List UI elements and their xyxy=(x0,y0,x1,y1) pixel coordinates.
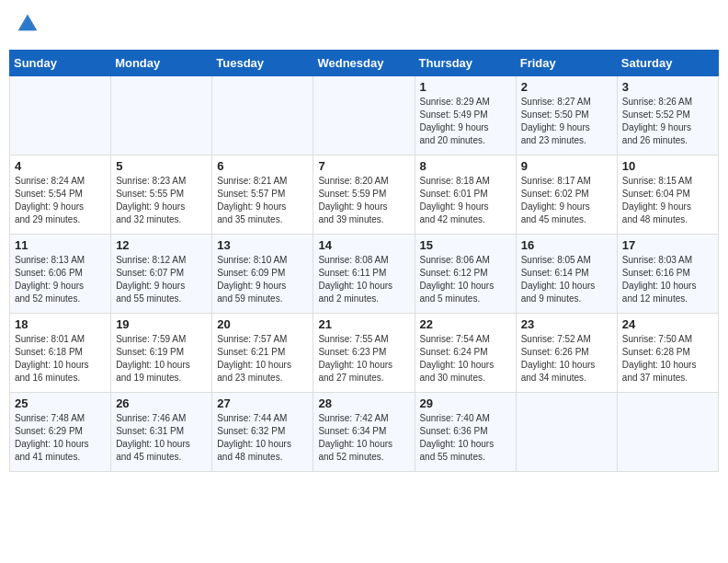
day-info: Sunrise: 7:48 AM Sunset: 6:29 PM Dayligh… xyxy=(15,412,106,464)
logo-icon xyxy=(17,13,39,35)
week-row-2: 11Sunrise: 8:13 AM Sunset: 6:06 PM Dayli… xyxy=(10,235,719,314)
day-info: Sunrise: 8:03 AM Sunset: 6:16 PM Dayligh… xyxy=(622,254,713,305)
day-cell: 18Sunrise: 8:01 AM Sunset: 6:18 PM Dayli… xyxy=(10,314,111,393)
day-cell: 8Sunrise: 8:18 AM Sunset: 6:01 PM Daylig… xyxy=(415,155,516,235)
day-number: 28 xyxy=(318,396,409,410)
day-info: Sunrise: 8:10 AM Sunset: 6:09 PM Dayligh… xyxy=(217,254,308,305)
day-number: 3 xyxy=(622,80,713,94)
week-row-3: 18Sunrise: 8:01 AM Sunset: 6:18 PM Dayli… xyxy=(10,314,719,393)
day-number: 4 xyxy=(15,159,106,173)
day-info: Sunrise: 7:40 AM Sunset: 6:36 PM Dayligh… xyxy=(420,412,511,464)
day-number: 7 xyxy=(318,159,409,173)
day-cell: 14Sunrise: 8:08 AM Sunset: 6:11 PM Dayli… xyxy=(313,235,415,314)
day-cell: 15Sunrise: 8:06 AM Sunset: 6:12 PM Dayli… xyxy=(415,235,516,314)
day-cell: 13Sunrise: 8:10 AM Sunset: 6:09 PM Dayli… xyxy=(212,235,313,314)
header xyxy=(9,9,719,42)
day-number: 19 xyxy=(116,317,207,331)
day-number: 20 xyxy=(217,317,308,331)
day-cell xyxy=(111,76,212,155)
calendar-header: SundayMondayTuesdayWednesdayThursdayFrid… xyxy=(10,51,719,76)
day-cell: 3Sunrise: 8:26 AM Sunset: 5:52 PM Daylig… xyxy=(617,76,718,155)
day-number: 24 xyxy=(622,317,713,331)
day-info: Sunrise: 7:57 AM Sunset: 6:21 PM Dayligh… xyxy=(217,333,308,385)
day-cell: 9Sunrise: 8:17 AM Sunset: 6:02 PM Daylig… xyxy=(516,155,617,235)
day-number: 17 xyxy=(622,238,713,252)
day-info: Sunrise: 8:27 AM Sunset: 5:50 PM Dayligh… xyxy=(521,96,612,147)
day-cell: 28Sunrise: 7:42 AM Sunset: 6:34 PM Dayli… xyxy=(313,393,415,472)
day-cell: 25Sunrise: 7:48 AM Sunset: 6:29 PM Dayli… xyxy=(10,393,111,472)
week-row-0: 1Sunrise: 8:29 AM Sunset: 5:49 PM Daylig… xyxy=(10,76,719,155)
day-number: 14 xyxy=(318,238,409,252)
day-cell: 29Sunrise: 7:40 AM Sunset: 6:36 PM Dayli… xyxy=(415,393,516,472)
day-cell xyxy=(617,393,718,472)
day-info: Sunrise: 7:54 AM Sunset: 6:24 PM Dayligh… xyxy=(420,333,511,385)
header-cell-thursday: Thursday xyxy=(415,51,516,76)
day-info: Sunrise: 7:44 AM Sunset: 6:32 PM Dayligh… xyxy=(217,412,308,464)
day-cell: 27Sunrise: 7:44 AM Sunset: 6:32 PM Dayli… xyxy=(212,393,313,472)
day-cell: 16Sunrise: 8:05 AM Sunset: 6:14 PM Dayli… xyxy=(516,235,617,314)
day-number: 23 xyxy=(521,317,612,331)
day-number: 25 xyxy=(15,396,106,410)
header-row: SundayMondayTuesdayWednesdayThursdayFrid… xyxy=(10,51,719,76)
header-cell-saturday: Saturday xyxy=(617,51,718,76)
day-cell: 21Sunrise: 7:55 AM Sunset: 6:23 PM Dayli… xyxy=(313,314,415,393)
day-cell: 7Sunrise: 8:20 AM Sunset: 5:59 PM Daylig… xyxy=(313,155,415,235)
day-number: 10 xyxy=(622,159,713,173)
day-number: 13 xyxy=(217,238,308,252)
day-cell: 1Sunrise: 8:29 AM Sunset: 5:49 PM Daylig… xyxy=(415,76,516,155)
day-info: Sunrise: 8:13 AM Sunset: 6:06 PM Dayligh… xyxy=(15,254,106,305)
day-cell: 6Sunrise: 8:21 AM Sunset: 5:57 PM Daylig… xyxy=(212,155,313,235)
day-number: 9 xyxy=(521,159,612,173)
day-cell: 10Sunrise: 8:15 AM Sunset: 6:04 PM Dayli… xyxy=(617,155,718,235)
header-cell-wednesday: Wednesday xyxy=(313,51,415,76)
day-info: Sunrise: 8:21 AM Sunset: 5:57 PM Dayligh… xyxy=(217,175,308,226)
header-cell-sunday: Sunday xyxy=(10,51,111,76)
day-number: 5 xyxy=(116,159,207,173)
day-cell: 4Sunrise: 8:24 AM Sunset: 5:54 PM Daylig… xyxy=(10,155,111,235)
day-number: 2 xyxy=(521,80,612,94)
day-info: Sunrise: 8:05 AM Sunset: 6:14 PM Dayligh… xyxy=(521,254,612,305)
week-row-4: 25Sunrise: 7:48 AM Sunset: 6:29 PM Dayli… xyxy=(10,393,719,472)
day-number: 8 xyxy=(420,159,511,173)
day-cell: 20Sunrise: 7:57 AM Sunset: 6:21 PM Dayli… xyxy=(212,314,313,393)
day-info: Sunrise: 7:52 AM Sunset: 6:26 PM Dayligh… xyxy=(521,333,612,385)
day-cell: 19Sunrise: 7:59 AM Sunset: 6:19 PM Dayli… xyxy=(111,314,212,393)
day-number: 26 xyxy=(116,396,207,410)
day-info: Sunrise: 8:26 AM Sunset: 5:52 PM Dayligh… xyxy=(622,96,713,147)
day-cell: 26Sunrise: 7:46 AM Sunset: 6:31 PM Dayli… xyxy=(111,393,212,472)
day-number: 6 xyxy=(217,159,308,173)
day-number: 27 xyxy=(217,396,308,410)
day-cell: 22Sunrise: 7:54 AM Sunset: 6:24 PM Dayli… xyxy=(415,314,516,393)
day-cell: 23Sunrise: 7:52 AM Sunset: 6:26 PM Dayli… xyxy=(516,314,617,393)
day-cell: 12Sunrise: 8:12 AM Sunset: 6:07 PM Dayli… xyxy=(111,235,212,314)
day-cell xyxy=(516,393,617,472)
day-cell xyxy=(10,76,111,155)
day-number: 11 xyxy=(15,238,106,252)
day-number: 12 xyxy=(116,238,207,252)
day-number: 22 xyxy=(420,317,511,331)
day-number: 15 xyxy=(420,238,511,252)
day-cell xyxy=(313,76,415,155)
day-info: Sunrise: 8:18 AM Sunset: 6:01 PM Dayligh… xyxy=(420,175,511,226)
day-info: Sunrise: 8:06 AM Sunset: 6:12 PM Dayligh… xyxy=(420,254,511,305)
header-cell-friday: Friday xyxy=(516,51,617,76)
day-info: Sunrise: 7:55 AM Sunset: 6:23 PM Dayligh… xyxy=(318,333,409,385)
day-info: Sunrise: 8:15 AM Sunset: 6:04 PM Dayligh… xyxy=(622,175,713,226)
day-info: Sunrise: 8:12 AM Sunset: 6:07 PM Dayligh… xyxy=(116,254,207,305)
day-cell: 5Sunrise: 8:23 AM Sunset: 5:55 PM Daylig… xyxy=(111,155,212,235)
day-info: Sunrise: 8:20 AM Sunset: 5:59 PM Dayligh… xyxy=(318,175,409,226)
week-row-1: 4Sunrise: 8:24 AM Sunset: 5:54 PM Daylig… xyxy=(10,155,719,235)
day-info: Sunrise: 8:17 AM Sunset: 6:02 PM Dayligh… xyxy=(521,175,612,226)
day-number: 29 xyxy=(420,396,511,410)
day-info: Sunrise: 7:42 AM Sunset: 6:34 PM Dayligh… xyxy=(318,412,409,464)
day-number: 18 xyxy=(15,317,106,331)
logo xyxy=(15,13,40,39)
day-cell: 2Sunrise: 8:27 AM Sunset: 5:50 PM Daylig… xyxy=(516,76,617,155)
header-cell-monday: Monday xyxy=(111,51,212,76)
day-info: Sunrise: 7:59 AM Sunset: 6:19 PM Dayligh… xyxy=(116,333,207,385)
day-cell: 11Sunrise: 8:13 AM Sunset: 6:06 PM Dayli… xyxy=(10,235,111,314)
calendar-body: 1Sunrise: 8:29 AM Sunset: 5:49 PM Daylig… xyxy=(10,76,719,472)
day-info: Sunrise: 7:50 AM Sunset: 6:28 PM Dayligh… xyxy=(622,333,713,385)
day-cell xyxy=(212,76,313,155)
day-info: Sunrise: 8:23 AM Sunset: 5:55 PM Dayligh… xyxy=(116,175,207,226)
